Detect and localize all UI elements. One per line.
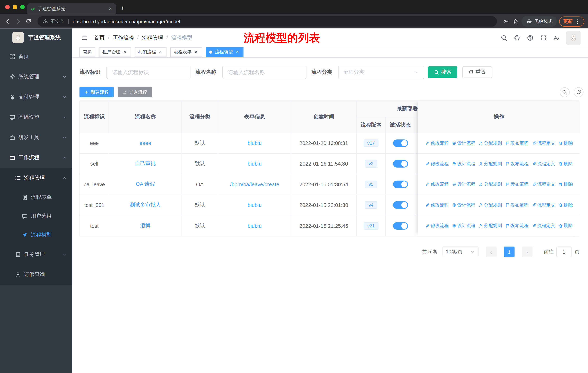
help-icon[interactable]	[527, 34, 534, 41]
tag-close-icon[interactable]: ×	[194, 49, 199, 55]
design-process-link[interactable]: 设计流程	[452, 140, 475, 146]
sidebar-item-leave-query[interactable]: 请假查询	[0, 265, 72, 285]
modify-process-link[interactable]: 修改流程	[425, 222, 449, 229]
assign-rule-link[interactable]: 分配规则	[478, 161, 502, 167]
breadcrumb-home[interactable]: 首页	[94, 34, 109, 41]
design-process-link[interactable]: 设计流程	[452, 181, 475, 188]
security-label[interactable]: 不安全	[51, 18, 64, 25]
assign-rule-link[interactable]: 分配规则	[478, 202, 502, 208]
active-toggle[interactable]	[393, 201, 408, 209]
back-icon[interactable]	[4, 17, 12, 26]
prev-page-button[interactable]: ‹	[486, 247, 496, 257]
tag-home[interactable]: 首页	[79, 47, 95, 57]
delete-link[interactable]: 删除	[558, 222, 573, 229]
modify-process-link[interactable]: 修改流程	[425, 181, 449, 188]
modify-process-link[interactable]: 修改流程	[425, 202, 449, 208]
github-icon[interactable]	[514, 34, 521, 41]
url-bar[interactable]: 不安全 dashboard.yudao.iocoder.cn/bpm/manag…	[38, 16, 497, 27]
process-definition-link[interactable]: 流程定义	[532, 161, 555, 167]
active-toggle[interactable]	[393, 222, 408, 230]
publish-process-link[interactable]: 发布流程	[505, 222, 529, 229]
tag-process-form[interactable]: 流程表单 ×	[170, 47, 202, 57]
form-info-link[interactable]: biubiu	[248, 140, 262, 146]
modify-process-link[interactable]: 修改流程	[425, 161, 449, 167]
new-tab-button[interactable]: +	[121, 5, 124, 12]
delete-link[interactable]: 删除	[558, 202, 573, 208]
tag-process-model[interactable]: 流程模型 ×	[206, 47, 243, 57]
bookmark-star-icon[interactable]	[512, 18, 519, 25]
forward-icon[interactable]	[14, 17, 22, 26]
reset-button[interactable]: 重置	[462, 66, 492, 78]
minimize-window-button[interactable]	[13, 5, 17, 10]
publish-process-link[interactable]: 发布流程	[505, 161, 529, 167]
form-info-link[interactable]: biubiu	[248, 223, 262, 229]
active-toggle[interactable]	[393, 181, 408, 188]
process-name-link[interactable]: 测试多审批人	[130, 202, 161, 208]
page-size-select[interactable]: 10条/页	[442, 247, 479, 257]
tag-tenant-mgmt[interactable]: 租户管理 ×	[99, 47, 131, 57]
version-tag[interactable]: v2	[365, 160, 377, 168]
tag-my-process[interactable]: 我的流程 ×	[135, 47, 167, 57]
delete-link[interactable]: 删除	[558, 161, 573, 167]
breadcrumb-workflow[interactable]: 工作流程	[113, 34, 139, 41]
url-text[interactable]: dashboard.yudao.iocoder.cn/bpm/manager/m…	[73, 19, 180, 24]
process-name-link[interactable]: eeee	[139, 140, 151, 146]
sidebar-item-payment[interactable]: 支付管理	[0, 87, 72, 107]
process-name-input[interactable]	[222, 66, 306, 79]
refresh-table-button[interactable]	[574, 87, 583, 97]
close-window-button[interactable]	[5, 5, 10, 10]
browser-update-button[interactable]: 更新 ⋮	[559, 16, 584, 26]
font-size-icon[interactable]	[553, 34, 560, 41]
process-definition-link[interactable]: 流程定义	[532, 222, 555, 229]
sidebar-item-home[interactable]: 首页	[0, 46, 72, 67]
design-process-link[interactable]: 设计流程	[452, 161, 475, 167]
user-avatar[interactable]	[566, 31, 580, 45]
process-definition-link[interactable]: 流程定义	[532, 181, 555, 188]
search-icon[interactable]	[501, 34, 507, 41]
process-id-input[interactable]	[106, 66, 190, 79]
import-process-button[interactable]: 导入流程	[118, 87, 152, 97]
assign-rule-link[interactable]: 分配规则	[478, 222, 502, 229]
sidebar-item-infrastructure[interactable]: 基础设施	[0, 107, 72, 127]
sidebar-item-process-mgmt[interactable]: 流程管理	[0, 168, 72, 188]
process-name-link[interactable]: 自己审批	[135, 161, 156, 167]
delete-link[interactable]: 删除	[558, 181, 573, 188]
version-tag[interactable]: v21	[364, 222, 378, 230]
assign-rule-link[interactable]: 分配规则	[478, 140, 502, 146]
publish-process-link[interactable]: 发布流程	[505, 140, 529, 146]
form-info-link[interactable]: /bpm/oa/leave/create	[230, 181, 279, 187]
form-info-link[interactable]: biubiu	[248, 161, 262, 167]
design-process-link[interactable]: 设计流程	[452, 202, 475, 208]
current-page-button[interactable]: 1	[504, 247, 514, 257]
process-name-link[interactable]: OA 请假	[136, 181, 155, 188]
delete-link[interactable]: 删除	[558, 140, 573, 146]
process-definition-link[interactable]: 流程定义	[532, 140, 555, 146]
fullscreen-icon[interactable]	[540, 34, 547, 41]
sidebar-item-user-group[interactable]: 用户分组	[0, 207, 72, 226]
version-tag[interactable]: v5	[365, 181, 377, 188]
browser-menu-icon[interactable]: ⋮	[575, 18, 580, 24]
password-key-icon[interactable]	[502, 18, 510, 25]
breadcrumb-process-mgmt[interactable]: 流程管理	[142, 34, 168, 41]
toggle-search-button[interactable]	[560, 87, 570, 97]
sidebar-item-process-model[interactable]: 流程模型	[0, 226, 72, 244]
category-select[interactable]: 流程分类	[338, 66, 424, 79]
process-name-link[interactable]: 滔博	[140, 222, 151, 229]
tab-close-icon[interactable]: ×	[107, 6, 113, 12]
window-controls[interactable]	[5, 5, 25, 10]
form-info-link[interactable]: biubiu	[248, 202, 262, 208]
sidebar-logo[interactable]: 芋道管理系统	[0, 28, 72, 46]
sidebar-item-system[interactable]: 系统管理	[0, 67, 72, 87]
create-process-button[interactable]: 新建流程	[79, 87, 114, 97]
design-process-link[interactable]: 设计流程	[452, 222, 475, 229]
maximize-window-button[interactable]	[20, 5, 25, 10]
process-definition-link[interactable]: 流程定义	[532, 202, 555, 208]
incognito-badge[interactable]: 无痕模式	[522, 16, 557, 27]
goto-page-input[interactable]	[556, 247, 571, 257]
hamburger-icon[interactable]	[81, 34, 88, 41]
modify-process-link[interactable]: 修改流程	[425, 140, 449, 146]
version-tag[interactable]: v17	[364, 139, 378, 147]
active-toggle[interactable]	[393, 139, 408, 147]
sidebar-item-workflow[interactable]: 工作流程	[0, 148, 72, 168]
browser-tab[interactable]: 芋道管理系统 ×	[27, 3, 116, 14]
